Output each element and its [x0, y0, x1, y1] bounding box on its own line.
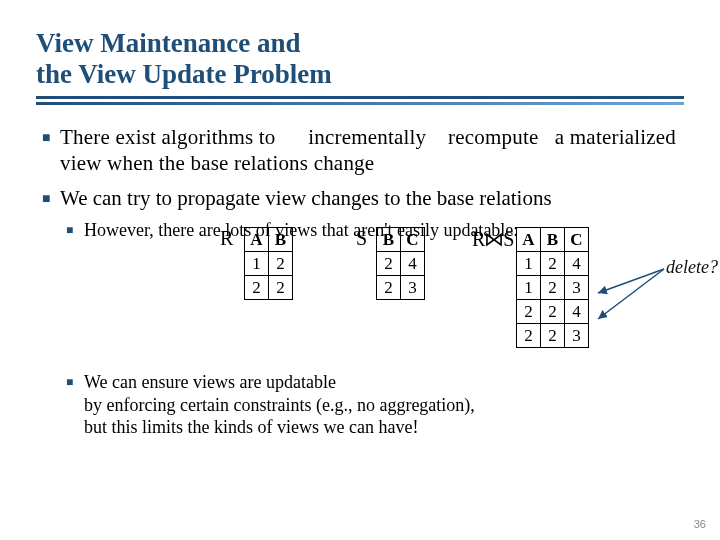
table-header: B	[541, 228, 565, 252]
table-row: 2 2 3	[517, 324, 589, 348]
bullet-level1: ■ There exist algorithms to incrementall…	[42, 124, 684, 177]
bullet-square-icon: ■	[66, 375, 84, 439]
table-header: A	[245, 228, 269, 252]
table-cell: 2	[541, 276, 565, 300]
table-header: A	[517, 228, 541, 252]
table-header: B	[269, 228, 293, 252]
annotation-delete: delete?	[666, 257, 718, 278]
bullet-text: We can try to propagate view changes to …	[60, 185, 684, 211]
title-line-1: View Maintenance and	[36, 28, 301, 58]
arrow-icon	[594, 267, 666, 323]
tables-area: R A B 1 2 2 2 S	[66, 225, 684, 365]
title-underline	[36, 96, 684, 106]
bullet-text: There exist algorithms to incrementally …	[60, 124, 684, 177]
table-cell: 4	[565, 252, 589, 276]
table-row: 1 2 4	[517, 252, 589, 276]
page-number: 36	[694, 518, 706, 530]
table-row: 2 2	[245, 276, 293, 300]
table-label-join: R⋈S	[472, 227, 513, 251]
table-cell: 2	[245, 276, 269, 300]
table-cell: 2	[269, 252, 293, 276]
bullet-level1: ■ We can try to propagate view changes t…	[42, 185, 684, 211]
table-cell: 4	[401, 252, 425, 276]
table-row: 1 2	[245, 252, 293, 276]
table-label-r: R	[220, 227, 233, 250]
table-row: 1 2 3	[517, 276, 589, 300]
table-header: B	[377, 228, 401, 252]
table-cell: 3	[565, 276, 589, 300]
table-header: C	[401, 228, 425, 252]
table-join: A B C 1 2 4 1 2 3 2	[516, 227, 589, 348]
title-line-2: the View Update Problem	[36, 59, 332, 89]
table-cell: 2	[377, 276, 401, 300]
table-cell: 3	[401, 276, 425, 300]
table-cell: 2	[377, 252, 401, 276]
table-row: 2 2 4	[517, 300, 589, 324]
bullet-square-icon: ■	[42, 190, 60, 211]
bullet-text: We can ensure views are updatable by enf…	[84, 371, 684, 439]
table-cell: 4	[565, 300, 589, 324]
table-header: C	[565, 228, 589, 252]
bullet-level2: ■ We can ensure views are updatable by e…	[66, 371, 684, 439]
table-cell: 1	[517, 276, 541, 300]
table-cell: 1	[517, 252, 541, 276]
table-cell: 2	[541, 300, 565, 324]
table-cell: 2	[541, 324, 565, 348]
table-cell: 3	[565, 324, 589, 348]
table-cell: 2	[517, 324, 541, 348]
table-r: A B 1 2 2 2	[244, 227, 293, 300]
table-row: 2 3	[377, 276, 425, 300]
svg-line-1	[598, 269, 664, 319]
table-cell: 2	[269, 276, 293, 300]
bullet-square-icon: ■	[42, 129, 60, 177]
table-cell: 2	[541, 252, 565, 276]
table-cell: 1	[245, 252, 269, 276]
slide-title: View Maintenance and the View Update Pro…	[36, 28, 684, 90]
table-s: B C 2 4 2 3	[376, 227, 425, 300]
bullet-list: ■ There exist algorithms to incrementall…	[36, 124, 684, 439]
svg-line-0	[598, 269, 664, 293]
table-row: 2 4	[377, 252, 425, 276]
table-cell: 2	[517, 300, 541, 324]
table-label-s: S	[356, 227, 367, 250]
